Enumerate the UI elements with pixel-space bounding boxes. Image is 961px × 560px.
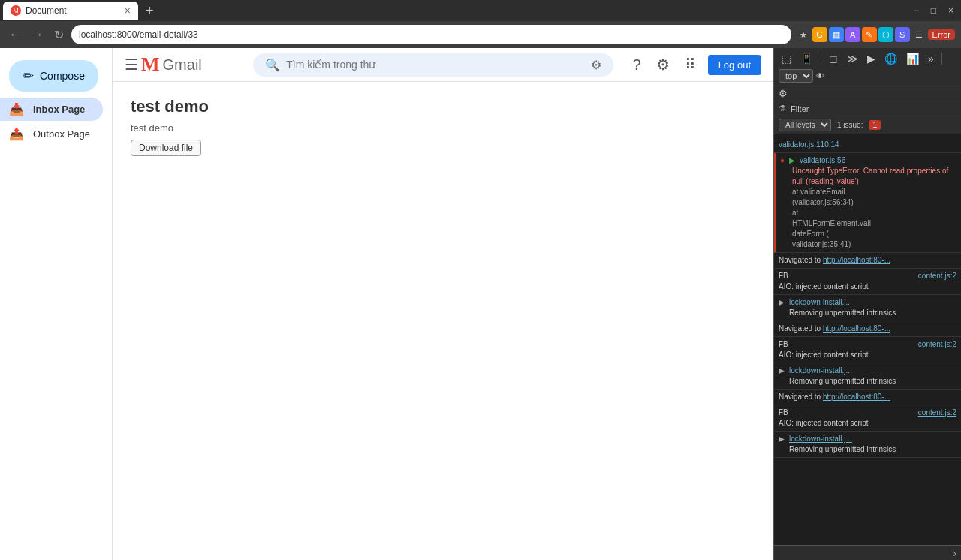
expand-arrow-3[interactable]: ▶ — [779, 434, 785, 444]
toolbar-separator-1 — [821, 53, 821, 65]
search-icon: 🔍 — [265, 58, 280, 72]
email-sidebar: ✏ Compose 📥 Inbox Page 📤 Outbox Page — [0, 48, 113, 560]
filter-icon[interactable]: ⚙ — [591, 58, 601, 72]
compose-icon: ✏ — [23, 68, 34, 84]
forward-button[interactable]: → — [29, 26, 47, 43]
log-entry-fb-2: FB content.js:2 AIO: injected content sc… — [774, 337, 961, 363]
devtools-tab-sources[interactable]: ▶ — [864, 51, 878, 66]
log-entry-navigated-3: Navigated to http://localhost:80-... — [774, 390, 961, 405]
bookmark-icon[interactable]: ★ — [796, 27, 811, 42]
header-actions: ? ⚙ ⠿ Log out — [630, 53, 762, 77]
fb-detail-2: AIO: injected content script — [779, 350, 956, 360]
fb-detail-1: AIO: injected content script — [779, 282, 956, 292]
sidebar-item-inbox[interactable]: 📥 Inbox Page — [0, 98, 103, 121]
search-bar: 🔍 ⚙ — [253, 53, 613, 77]
top-dropdown[interactable]: top — [779, 69, 813, 83]
email-title: test demo — [131, 97, 755, 116]
compose-button[interactable]: ✏ Compose — [9, 60, 98, 92]
ext-6[interactable]: S — [895, 27, 910, 42]
gmail-brand-label: Gmail — [163, 56, 202, 74]
gmail-logo-area: ☰ M Gmail — [125, 53, 237, 76]
expand-arrow-1[interactable]: ▶ — [779, 297, 785, 308]
devtools-device-button[interactable]: 📱 — [797, 51, 816, 66]
active-tab[interactable]: M Document × — [3, 2, 138, 20]
url-bar[interactable]: localhost:8000/email-detail/33 — [71, 25, 791, 44]
error-stack-1: at validateEmail — [792, 187, 956, 197]
compose-label: Compose — [40, 70, 85, 82]
search-bar-section: 🔍 ⚙ — [237, 53, 630, 77]
sidebar-item-inbox-label: Inbox Page — [33, 104, 85, 115]
devtools-gear-row: ⚙ — [774, 86, 961, 101]
gmail-logo: M Gmail — [141, 53, 202, 76]
close-window-button[interactable]: × — [944, 4, 958, 17]
email-subtitle: test demo — [131, 122, 755, 134]
tab-close-button[interactable]: × — [125, 5, 131, 16]
play-icon[interactable]: ▶ — [789, 155, 795, 166]
expand-arrow-2[interactable]: ▶ — [779, 366, 785, 376]
help-button[interactable]: ? — [630, 53, 644, 77]
ext-4[interactable]: ✎ — [862, 27, 877, 42]
maximize-button[interactable]: □ — [926, 4, 941, 17]
apps-button[interactable]: ⠿ — [682, 53, 699, 77]
content-file-link-3[interactable]: content.js:2 — [918, 408, 956, 418]
lockdown-file-2[interactable]: lockdown-install.j... — [789, 366, 852, 376]
devtools-more-tabs[interactable]: » — [925, 51, 937, 66]
sidebar-item-outbox[interactable]: 📤 Outbox Page — [0, 122, 103, 146]
minimize-button[interactable]: − — [909, 4, 923, 17]
refresh-button[interactable]: ↻ — [51, 26, 67, 44]
devtools-tab-network[interactable]: 🌐 — [881, 51, 900, 66]
tab-favicon: M — [11, 5, 21, 16]
filter-funnel-icon: ⚗ — [779, 104, 786, 113]
fb-text-1: FB — [779, 271, 788, 282]
tab-title: Document — [26, 5, 120, 16]
content-file-1[interactable]: content.js:2 — [918, 271, 956, 282]
error-badge[interactable]: Error — [928, 29, 955, 40]
error-circle-icon: ● — [780, 155, 785, 166]
lockdown-text-3: Removing unpermitted intrinsics — [779, 444, 956, 455]
toolbar-separator-2 — [941, 53, 942, 65]
devtools-inspect-button[interactable]: ⬚ — [779, 51, 794, 66]
log-entry-error: ● ▶ validator.js:56 Uncaught TypeError: … — [774, 153, 961, 253]
error-stack-3: HTMLFormElement.validateForm ( — [792, 218, 956, 239]
navigated-text-1: Navigated to — [779, 256, 823, 264]
logout-button[interactable]: Log out — [708, 55, 761, 75]
ext-2[interactable]: ▦ — [829, 27, 844, 42]
settings-button[interactable]: ⚙ — [653, 53, 673, 77]
devtools-tab-console[interactable]: ≫ — [844, 51, 861, 66]
ext-3[interactable]: A — [845, 27, 860, 42]
issue-badge: 1 — [869, 120, 881, 130]
ext-1[interactable]: G — [812, 27, 827, 42]
error-stack-2: at — [792, 208, 956, 218]
devtools-gear-icon[interactable]: ⚙ — [779, 88, 788, 99]
eye-icon[interactable]: 👁 — [816, 71, 824, 80]
content-file-2[interactable]: content.js:2 — [918, 339, 956, 350]
lockdown-file-link-3[interactable]: lockdown-install.j... — [789, 434, 852, 444]
devtools-bottom-bar: › — [774, 545, 961, 560]
navigated-link-3[interactable]: http://localhost:80-... — [823, 393, 890, 401]
lockdown-file-1[interactable]: lockdown-install.j... — [789, 297, 852, 308]
navigated-link-1[interactable]: http://localhost:80-... — [823, 256, 890, 264]
levels-row: All levels 1 issue: 1 — [774, 116, 961, 134]
log-entry-fb-1: FB content.js:2 AIO: injected content sc… — [774, 269, 961, 295]
back-button[interactable]: ← — [6, 26, 24, 43]
filter-label: Filter — [791, 104, 809, 113]
email-main: test demo test demo Download file — [113, 82, 773, 560]
devtools-tab-performance[interactable]: 📊 — [903, 51, 922, 66]
new-tab-button[interactable]: + — [141, 3, 158, 19]
chevron-right-icon[interactable]: › — [953, 547, 956, 559]
navigated-text-3: Navigated to — [779, 393, 823, 401]
issue-count-label: 1 issue: — [837, 121, 863, 129]
error-file-link[interactable]: validator.js:56 — [800, 155, 845, 166]
app-container: ✏ Compose 📥 Inbox Page 📤 Outbox Page ☰ M — [0, 48, 961, 560]
error-stack-location-1: (validator.js:56:34) — [792, 197, 956, 208]
download-button[interactable]: Download file — [131, 140, 201, 156]
search-input[interactable] — [286, 59, 585, 71]
ext-5[interactable]: ⬡ — [878, 27, 893, 42]
devtools-tab-elements[interactable]: ◻ — [826, 51, 841, 66]
ext-7[interactable]: ☰ — [911, 27, 926, 42]
lockdown-text-2: Removing unpermitted intrinsics — [779, 376, 956, 387]
log-file-link[interactable]: validator.js:110:14 — [779, 140, 839, 149]
navigated-link-2[interactable]: http://localhost:80-... — [823, 324, 890, 333]
menu-icon[interactable]: ☰ — [125, 56, 138, 74]
all-levels-dropdown[interactable]: All levels — [779, 119, 831, 131]
